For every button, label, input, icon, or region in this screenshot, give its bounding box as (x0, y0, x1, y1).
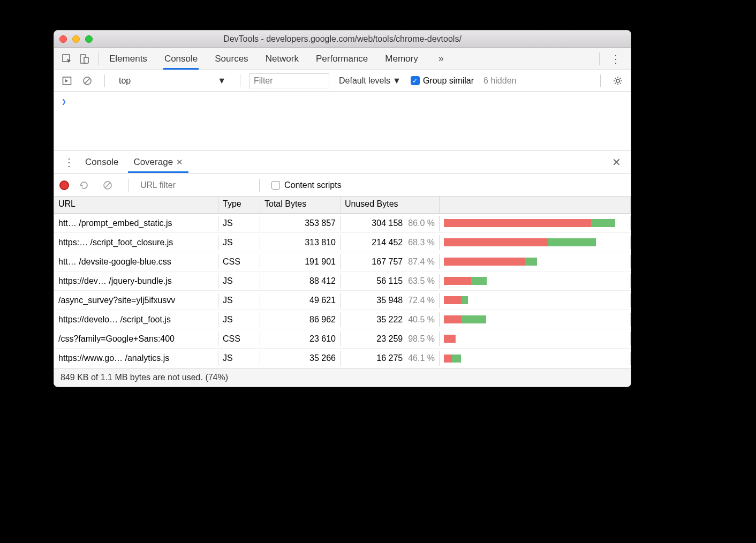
tab-memory[interactable]: Memory (384, 48, 419, 70)
cell-unused: 56 11563.5 % (341, 274, 440, 289)
cell-url: https://www.go… /analytics.js (54, 351, 218, 366)
separator (128, 179, 128, 192)
table-row[interactable]: /css?family=Google+Sans:400CSS23 61023 2… (54, 329, 631, 349)
cell-bar (440, 293, 631, 307)
drawer-kebab-icon[interactable]: ⋮ (58, 156, 80, 169)
cell-bar (440, 274, 631, 288)
context-select[interactable]: top ▼ (114, 74, 231, 88)
tab-performance[interactable]: Performance (315, 48, 369, 70)
inspect-icon[interactable] (61, 52, 73, 65)
col-total[interactable]: Total Bytes (260, 197, 341, 213)
table-row[interactable]: https://develo… /script_foot.jsJS86 9623… (54, 310, 631, 329)
group-similar-toggle[interactable]: ✓ Group similar (411, 76, 474, 86)
col-type[interactable]: Type (218, 197, 260, 213)
cell-total: 86 962 (260, 312, 341, 327)
cell-total: 313 810 (260, 235, 341, 250)
table-row[interactable]: https://www.go… /analytics.jsJS35 26616 … (54, 349, 631, 368)
col-url[interactable]: URL (54, 197, 218, 213)
tab-console[interactable]: Console (163, 48, 199, 70)
cell-unused: 35 94872.4 % (341, 293, 440, 308)
gear-icon[interactable] (611, 74, 624, 87)
device-toggle-icon[interactable] (78, 52, 90, 65)
settings-kebab-icon[interactable]: ⋮ (605, 52, 626, 65)
col-unused[interactable]: Unused Bytes (341, 197, 440, 213)
svg-line-5 (85, 78, 90, 84)
cell-bar (440, 255, 631, 268)
cell-type: JS (218, 293, 260, 308)
separator (259, 179, 260, 192)
main-tabstrip: Elements Console Sources Network Perform… (54, 48, 631, 70)
drawer-tabstrip: ⋮ Console Coverage ✕ ✕ (54, 150, 631, 174)
reload-icon[interactable] (78, 179, 90, 192)
drawer-close-button[interactable]: ✕ (607, 156, 626, 169)
cell-url: /css?family=Google+Sans:400 (54, 331, 218, 346)
tab-network[interactable]: Network (264, 48, 300, 70)
minimize-button[interactable] (72, 35, 80, 43)
cell-total: 353 857 (260, 216, 341, 231)
table-row[interactable]: htt… /prompt_embed_static.jsJS353 857304… (54, 214, 631, 233)
hidden-count[interactable]: 6 hidden (483, 76, 516, 86)
cell-bar (440, 236, 631, 249)
toggle-sidebar-icon[interactable] (61, 74, 73, 87)
svg-line-12 (620, 82, 621, 84)
cell-unused: 304 15886.0 % (341, 216, 440, 231)
table-header: URL Type Total Bytes Unused Bytes (54, 197, 631, 214)
cell-total: 49 621 (260, 293, 341, 308)
clear-console-icon[interactable] (81, 74, 94, 87)
cell-unused: 167 75787.4 % (341, 254, 440, 269)
cell-bar (440, 332, 631, 345)
drawer-tab-label: Coverage (133, 157, 173, 168)
cell-unused: 214 45268.3 % (341, 235, 440, 250)
cell-type: JS (218, 351, 260, 366)
cell-url: htt… /prompt_embed_static.js (54, 216, 218, 231)
console-body[interactable]: ❯ (54, 92, 631, 150)
cell-bar (440, 352, 631, 365)
separator (104, 74, 105, 87)
cell-unused: 16 27546.1 % (341, 351, 440, 366)
clear-icon[interactable] (101, 179, 114, 192)
url-filter-input[interactable] (140, 180, 247, 190)
coverage-table: URL Type Total Bytes Unused Bytes htt… /… (54, 197, 631, 368)
table-row[interactable]: https://dev… /jquery-bundle.jsJS88 41256… (54, 272, 631, 291)
main-tabs: Elements Console Sources Network Perform… (108, 48, 594, 70)
filter-input[interactable] (249, 73, 329, 88)
context-label: top (119, 76, 131, 86)
console-prompt: ❯ (62, 97, 66, 107)
close-button[interactable] (59, 35, 67, 43)
chevron-down-icon: ▼ (217, 76, 226, 86)
cell-type: CSS (218, 254, 260, 269)
log-levels-select[interactable]: Default levels ▼ (339, 76, 401, 86)
close-icon[interactable]: ✕ (176, 157, 183, 167)
cell-url: https:… /script_foot_closure.js (54, 235, 218, 250)
tabs-overflow-button[interactable]: » (434, 53, 448, 64)
cell-unused: 35 22240.5 % (341, 312, 440, 327)
cell-unused: 23 25998.5 % (341, 331, 440, 346)
record-button[interactable] (59, 180, 69, 190)
titlebar: DevTools - developers.google.com/web/too… (54, 31, 631, 48)
drawer-tab-label: Console (85, 157, 118, 168)
cell-bar (440, 313, 631, 326)
drawer-tab-console[interactable]: Console (80, 151, 124, 173)
cell-type: JS (218, 235, 260, 250)
tab-elements[interactable]: Elements (108, 48, 148, 70)
table-row[interactable]: https:… /script_foot_closure.jsJS313 810… (54, 233, 631, 252)
window-title: DevTools - developers.google.com/web/too… (54, 34, 631, 44)
cell-url: https://dev… /jquery-bundle.js (54, 274, 218, 289)
tab-sources[interactable]: Sources (214, 48, 249, 70)
cell-total: 88 412 (260, 274, 341, 289)
maximize-button[interactable] (85, 35, 93, 43)
checkbox-empty-icon (271, 181, 280, 190)
cell-url: htt… /devsite-google-blue.css (54, 254, 218, 269)
console-toolbar: top ▼ Default levels ▼ ✓ Group similar 6… (54, 70, 631, 92)
svg-line-14 (620, 78, 621, 79)
drawer-tab-coverage[interactable]: Coverage ✕ (128, 151, 188, 173)
separator (599, 52, 600, 65)
cell-url: /async_survey?site=ylj5ifxusvv (54, 293, 218, 308)
table-row[interactable]: /async_survey?site=ylj5ifxusvvJS49 62135… (54, 291, 631, 310)
cell-type: JS (218, 216, 260, 231)
table-row[interactable]: htt… /devsite-google-blue.cssCSS191 9011… (54, 252, 631, 272)
svg-line-16 (105, 183, 110, 188)
cell-url: https://develo… /script_foot.js (54, 312, 218, 327)
traffic-lights (59, 35, 93, 43)
content-scripts-toggle[interactable]: Content scripts (271, 180, 342, 190)
